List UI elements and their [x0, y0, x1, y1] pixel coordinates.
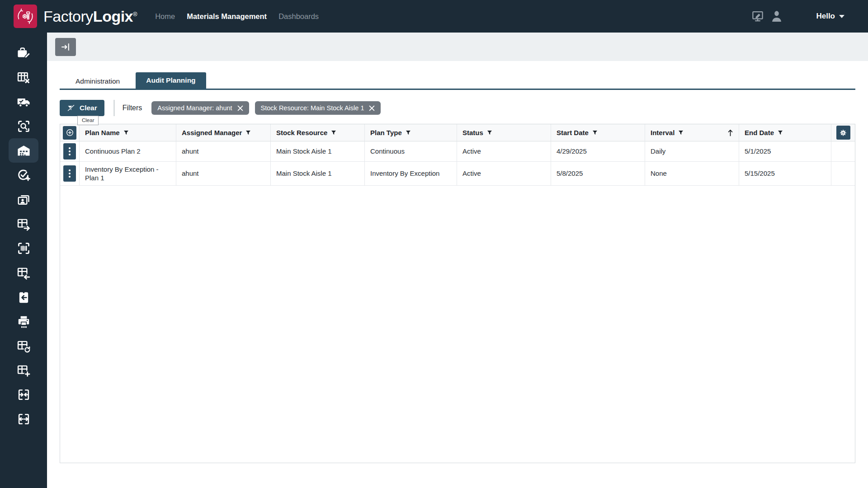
clear-label: Clear	[80, 104, 97, 112]
cell-assigned-manager: ahunt	[176, 141, 271, 162]
table-remove-icon	[16, 70, 31, 85]
filter-funnel-icon[interactable]	[123, 130, 129, 135]
cell-plan-name: Continuous Plan 2	[80, 141, 176, 162]
tab-administration[interactable]: Administration	[66, 74, 129, 89]
chip-close-icon[interactable]	[369, 105, 375, 111]
sidebar-item-collapse-horizontal[interactable]	[9, 382, 38, 407]
cell-start-date: 4/29/2025	[551, 141, 645, 162]
filter-funnel-icon[interactable]	[678, 130, 684, 135]
row-menu-button[interactable]	[63, 143, 76, 160]
column-label: End Date	[745, 129, 774, 136]
filters-label: Filters	[123, 104, 142, 112]
divider	[113, 100, 115, 116]
sidebar-item-briefcase-pencil[interactable]	[9, 41, 38, 65]
sort-ascending-icon[interactable]	[727, 129, 733, 136]
sidebar-item-expand-horizontal[interactable]	[9, 407, 38, 431]
column-label: Plan Type	[370, 129, 402, 136]
filter-funnel-icon[interactable]	[331, 130, 336, 135]
filter-chip-stock-resource: Stock Resource: Main Stock Aisle 1	[255, 101, 381, 115]
nav-dashboards[interactable]: Dashboards	[278, 12, 319, 21]
cell-end-date: 5/1/2025	[739, 141, 831, 162]
filter-funnel-icon[interactable]	[592, 130, 598, 135]
column-header-status: Status	[457, 124, 551, 141]
cell-empty	[831, 162, 855, 186]
table-settings-button[interactable]	[836, 126, 850, 140]
collapse-horizontal-icon	[16, 387, 31, 402]
top-navigation: Home Materials Management Dashboards	[155, 12, 319, 21]
cell-plan-type: Inventory By Exception	[365, 162, 457, 186]
table-row-actions	[60, 141, 80, 162]
add-plan-button[interactable]	[63, 126, 76, 140]
column-label: Start Date	[557, 129, 589, 136]
tab-audit-planning[interactable]: Audit Planning	[136, 72, 206, 89]
filter-funnel-icon[interactable]	[245, 130, 251, 135]
cell-plan-name: Inventory By Exception - Plan 1	[80, 162, 176, 186]
main-content: Administration Audit Planning Clear Filt…	[47, 33, 868, 488]
clear-tooltip: Clear	[77, 116, 99, 125]
plus-circle-icon	[65, 128, 75, 137]
left-sidebar	[0, 33, 47, 488]
scan-search-icon	[16, 119, 31, 134]
sidebar-item-table-remove[interactable]	[9, 65, 38, 89]
sidebar-item-scan-search[interactable]	[9, 114, 38, 138]
column-header-assigned-manager: Assigned Manager	[176, 124, 271, 141]
clear-filters-button[interactable]: Clear	[60, 100, 104, 116]
table-row-actions	[60, 162, 80, 186]
column-header-end-date: End Date	[739, 124, 831, 141]
audit-plans-table: Plan Name Assigned Manager Stock Resourc…	[60, 124, 855, 463]
sidebar-item-printer[interactable]	[9, 309, 38, 333]
filter-funnel-icon[interactable]	[778, 130, 783, 135]
sidebar-item-clipboard-arrow-left[interactable]	[9, 285, 38, 309]
filter-bar: Clear Filters Assigned Manager: ahunt St…	[60, 100, 855, 116]
table-plus-icon	[16, 363, 31, 378]
column-label: Interval	[651, 129, 675, 136]
cell-end-date: 5/15/2025	[739, 162, 831, 186]
column-label: Assigned Manager	[182, 129, 242, 136]
user-menu[interactable]: Hello	[816, 12, 844, 21]
sidebar-item-table-arrow-left[interactable]	[9, 260, 38, 285]
sidebar-item-table-arrow-right[interactable]	[9, 211, 38, 236]
sidebar-item-id-card[interactable]	[9, 187, 38, 211]
sidebar-item-truck-check[interactable]	[9, 89, 38, 114]
sidebar-item-check-circle-plus[interactable]	[9, 163, 38, 187]
truck-check-icon	[16, 94, 31, 109]
cell-start-date: 5/8/2025	[551, 162, 645, 186]
sidebar-item-table-refresh[interactable]	[9, 333, 38, 358]
cell-stock-resource: Main Stock Aisle 1	[271, 162, 365, 186]
check-circle-plus-icon	[16, 168, 31, 183]
briefcase-pencil-icon	[16, 46, 31, 61]
column-header-plan-type: Plan Type	[365, 124, 457, 141]
display-edit-icon[interactable]	[750, 9, 765, 24]
filter-funnel-icon[interactable]	[406, 130, 411, 135]
cell-empty	[831, 141, 855, 162]
cell-interval: Daily	[645, 141, 739, 162]
cell-plan-type: Continuous	[365, 141, 457, 162]
sidebar-item-table-plus[interactable]	[9, 358, 38, 382]
column-header-stock-resource: Stock Resource	[271, 124, 365, 141]
filter-funnel-icon[interactable]	[487, 130, 492, 135]
nav-materials-management[interactable]: Materials Management	[187, 12, 267, 21]
cell-interval: None	[645, 162, 739, 186]
sidebar-item-barcode-scan[interactable]	[9, 236, 38, 260]
barcode-scan-icon	[16, 241, 31, 256]
sidebar-item-warehouse[interactable]	[9, 138, 38, 163]
user-greeting: Hello	[816, 12, 835, 21]
column-label: Plan Name	[85, 129, 120, 136]
filter-chip-assigned-manager: Assigned Manager: ahunt	[151, 101, 249, 115]
chip-label: Stock Resource: Main Stock Aisle 1	[261, 104, 364, 112]
id-card-icon	[16, 192, 31, 207]
cell-status: Active	[457, 162, 551, 186]
gear-icon	[839, 129, 847, 137]
column-header-plan-name: Plan Name	[80, 124, 176, 141]
table-header-add	[60, 124, 80, 141]
nav-home[interactable]: Home	[155, 12, 175, 21]
topbar-right: Hello	[750, 9, 868, 24]
table-arrow-right-icon	[16, 216, 31, 231]
chip-close-icon[interactable]	[237, 105, 243, 111]
column-header-interval: Interval	[645, 124, 739, 141]
chip-label: Assigned Manager: ahunt	[157, 104, 232, 112]
panel-collapse-button[interactable]	[55, 38, 76, 56]
user-icon[interactable]	[769, 9, 784, 24]
row-menu-button[interactable]	[63, 165, 76, 182]
expand-horizontal-icon	[16, 412, 31, 427]
